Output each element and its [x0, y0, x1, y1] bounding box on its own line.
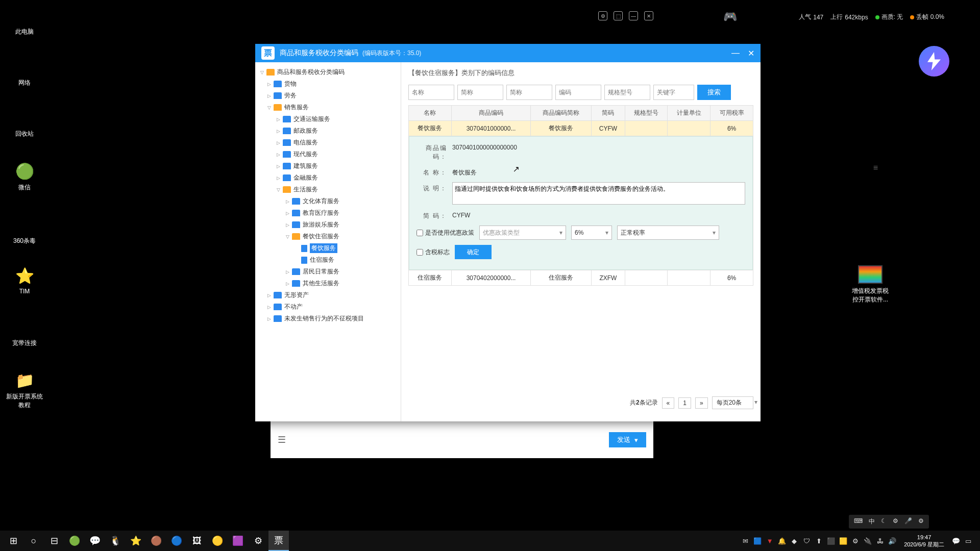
tree-node-7[interactable]: ▷现代服务 [258, 148, 398, 160]
taskbar-app-kugou[interactable]: 🔵 [166, 531, 187, 551]
lang-bar-item-3[interactable]: ⚙ [891, 516, 900, 527]
tray-icon-5[interactable]: 🛡 [802, 536, 811, 545]
table-header[interactable]: 简码 [592, 106, 625, 121]
tree-toggle-icon[interactable]: ▷ [277, 164, 282, 169]
tray-icon-3[interactable]: 🔔 [777, 536, 787, 545]
tree-toggle-icon[interactable]: ▷ [277, 152, 282, 157]
tree-node-16[interactable]: 住宿服务 [258, 254, 398, 266]
search-keyword-input[interactable] [653, 85, 694, 100]
start-button[interactable]: ⊞ [3, 531, 23, 551]
detail-desc-textarea[interactable]: 指通过同时提供饮食和饮食场所的方式为消费者提供饮食消费服务的业务活动。 [452, 182, 745, 205]
modal-minimize-icon[interactable]: — [731, 48, 740, 58]
collapse-indicator-icon[interactable]: ≡ [873, 163, 878, 172]
tree-node-20[interactable]: ▷不动产 [258, 301, 398, 313]
thunder-app-icon[interactable] [919, 46, 949, 77]
search-spec-input[interactable] [604, 85, 650, 100]
pager-page-number[interactable]: 1 [678, 397, 691, 409]
tray-icon-8[interactable]: 🟨 [839, 536, 848, 545]
lock-icon[interactable]: ⬚ [614, 11, 623, 20]
rate-type-select[interactable]: 正常税率 [617, 226, 719, 240]
tray-action-center-icon[interactable]: ▭ [964, 536, 973, 545]
search-code-input[interactable] [555, 85, 601, 100]
tree-node-18[interactable]: ▷其他生活服务 [258, 278, 398, 289]
tree-toggle-icon[interactable]: ▷ [267, 316, 273, 321]
tray-mail-icon[interactable]: ✉ [741, 536, 750, 545]
tree-toggle-icon[interactable]: ▷ [286, 199, 291, 204]
desktop-360[interactable]: 🛡360杀毒 [5, 214, 44, 245]
tree-toggle-icon[interactable]: ▷ [286, 211, 291, 216]
table-header[interactable]: 名称 [409, 106, 452, 121]
tree-toggle-icon[interactable]: ▷ [286, 222, 291, 228]
tree-node-10[interactable]: ▽生活服务 [258, 184, 398, 195]
tree-node-17[interactable]: ▷居民日常服务 [258, 266, 398, 278]
desktop-my-computer[interactable]: 🖥此电脑 [5, 5, 44, 36]
tree-node-21[interactable]: ▷未发生销售行为的不征税项目 [258, 313, 398, 324]
tray-network-icon[interactable]: 🖧 [875, 536, 885, 545]
cortana-button[interactable]: ○ [23, 531, 44, 551]
minimize-icon[interactable]: — [629, 11, 638, 20]
gamepad-icon[interactable]: 🎮 [723, 10, 738, 24]
tree-node-3[interactable]: ▽销售服务 [258, 102, 398, 113]
taskbar-app-10[interactable]: ⚙ [248, 531, 268, 551]
table-header[interactable]: 商品编码简称 [531, 106, 592, 121]
desktop-invoice-software[interactable]: 增值税发票税 控开票软件... [847, 265, 893, 304]
tray-icon-7[interactable]: ⬛ [826, 536, 836, 545]
lang-bar-item-1[interactable]: 中 [867, 516, 877, 527]
tree-toggle-icon[interactable]: ▷ [277, 117, 282, 122]
use-policy-checkbox[interactable] [416, 230, 423, 236]
tree-node-12[interactable]: ▷教育医疗服务 [258, 207, 398, 219]
pager-page-size-select[interactable]: 每页20条 [712, 396, 753, 409]
lang-bar-item-4[interactable]: 🎤 [902, 516, 914, 527]
tree-node-8[interactable]: ▷建筑服务 [258, 160, 398, 172]
tree-toggle-icon[interactable]: ▷ [267, 293, 273, 298]
taskbar-app-1[interactable]: 🟢 [64, 531, 85, 551]
policy-type-select[interactable]: 优惠政策类型 [479, 226, 566, 240]
taskbar-app-5[interactable]: 🟤 [146, 531, 166, 551]
hamburger-icon[interactable]: ☰ [278, 434, 286, 445]
tree-toggle-icon[interactable]: ▷ [277, 140, 282, 145]
desktop-tim[interactable]: ⭐TIM [5, 265, 44, 295]
taskbar-app-qq[interactable]: 🐧 [105, 531, 126, 551]
tree-node-11[interactable]: ▷文化体育服务 [258, 195, 398, 207]
tax-flag-checkbox[interactable] [416, 249, 423, 256]
taskbar-app-360[interactable]: 🟡 [207, 531, 228, 551]
table-header[interactable]: 商品编码 [451, 106, 530, 121]
tree-toggle-icon[interactable]: ▷ [267, 93, 273, 98]
search-button[interactable]: 搜索 [697, 85, 731, 100]
tree-node-14[interactable]: ▽餐饮住宿服务 [258, 231, 398, 242]
tree-node-6[interactable]: ▷电信服务 [258, 137, 398, 148]
language-bar[interactable]: ⌨中☾⚙🎤⚙ [849, 515, 929, 529]
tree-toggle-icon[interactable]: ▷ [277, 129, 282, 134]
settings-icon[interactable]: ⚙ [598, 11, 607, 20]
taskbar-app-invoice[interactable]: 票 [268, 531, 289, 551]
tray-icon-10[interactable]: 🔌 [863, 536, 872, 545]
table-header[interactable]: 规格型号 [625, 106, 668, 121]
taskbar-clock[interactable]: 19:47 2020/6/9 星期二 [900, 534, 948, 548]
send-button[interactable]: 发送▾ [609, 432, 646, 447]
desktop-tutorial[interactable]: 📁新版开票系统 教程 [5, 370, 44, 410]
taskbar-app-9[interactable]: 🟪 [228, 531, 248, 551]
task-view-button[interactable]: ⊟ [44, 531, 64, 551]
tree-node-4[interactable]: ▷交通运输服务 [258, 113, 398, 125]
desktop-recycle[interactable]: 🗑回收站 [5, 107, 44, 138]
tree-toggle-icon[interactable]: ▷ [277, 176, 282, 181]
table-header[interactable]: 可用税率 [710, 106, 753, 121]
desktop-broadband[interactable]: 🖥宽带连接 [5, 316, 44, 347]
tray-icon-1[interactable]: 🟦 [753, 536, 762, 545]
tree-toggle-icon[interactable]: ▷ [267, 305, 273, 310]
tree-node-5[interactable]: ▷邮政服务 [258, 125, 398, 137]
modal-close-icon[interactable]: ✕ [748, 48, 754, 58]
tree-toggle-icon[interactable]: ▷ [267, 82, 273, 87]
search-short2-input[interactable] [506, 85, 552, 100]
tree-toggle-icon[interactable]: ▽ [260, 70, 265, 75]
search-name-input[interactable] [408, 85, 454, 100]
close-icon[interactable]: ✕ [644, 11, 653, 20]
pager-next-button[interactable]: » [695, 397, 708, 409]
tree-toggle-icon[interactable]: ▷ [286, 269, 291, 274]
tray-icon-4[interactable]: ◆ [790, 536, 799, 545]
tree-node-15[interactable]: 餐饮服务 [258, 242, 398, 254]
tree-toggle-icon[interactable]: ▽ [267, 105, 273, 110]
tax-rate-select[interactable]: 6% [571, 226, 612, 240]
search-short1-input[interactable] [457, 85, 503, 100]
tray-volume-icon[interactable]: 🔊 [888, 536, 897, 545]
